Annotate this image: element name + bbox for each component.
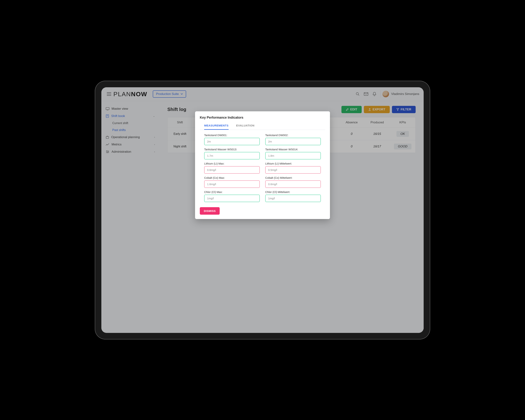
kpi-field-input[interactable] <box>204 138 260 145</box>
dismiss-button[interactable]: DISMISS <box>200 207 220 215</box>
kpi-field-input[interactable] <box>265 180 321 188</box>
kpi-field-label: Cobalt (Co) Max: <box>204 176 260 179</box>
kpi-field: Cobalt (Co) Mittelwert: <box>265 176 321 188</box>
kpi-field-input[interactable] <box>204 195 260 202</box>
kpi-field: Tankstand DW002: <box>265 134 321 145</box>
kpi-field-input[interactable] <box>265 138 321 145</box>
kpi-field: Tankstand Wasser WS014: <box>265 148 321 159</box>
kpi-field-input[interactable] <box>265 195 321 202</box>
modal-overlay[interactable]: Key Performance Indicators MEASUREMENTS … <box>101 87 424 333</box>
kpi-field-label: Tankstand DW001: <box>204 134 260 137</box>
kpi-field-label: Tankstand Wasser WS013: <box>204 148 260 151</box>
kpi-field-input[interactable] <box>265 166 321 174</box>
kpi-field: Chlor (Cl) Mittelwert: <box>265 191 321 202</box>
kpi-field: Tankstand DW001: <box>204 134 260 145</box>
modal-tabs: MEASUREMENTS EVALUATION <box>200 123 325 130</box>
kpi-field: Cobalt (Co) Max: <box>204 176 260 188</box>
kpi-field-label: Chlor (Cl) Mittelwert: <box>265 191 321 193</box>
kpi-field-input[interactable] <box>265 152 321 159</box>
kpi-field-label: Tankstand Wasser WS014: <box>265 148 321 151</box>
kpi-form-grid: Tankstand DW001:Tankstand DW002:Tankstan… <box>200 134 325 202</box>
kpi-field: Lithium (Li) Mittelwert: <box>265 162 321 174</box>
kpi-field-label: Cobalt (Co) Mittelwert: <box>265 176 321 179</box>
kpi-field-label: Lithium (Li) Max: <box>204 162 260 165</box>
tab-measurements[interactable]: MEASUREMENTS <box>204 124 229 130</box>
kpi-field-input[interactable] <box>204 166 260 174</box>
kpi-field: Lithium (Li) Max: <box>204 162 260 174</box>
kpi-field: Chlor (Cl) Max: <box>204 191 260 202</box>
modal-title: Key Performance Indicators <box>200 116 325 119</box>
tab-evaluation[interactable]: EVALUATION <box>236 124 254 130</box>
kpi-modal: Key Performance Indicators MEASUREMENTS … <box>195 111 330 219</box>
kpi-field-input[interactable] <box>204 152 260 159</box>
kpi-field-label: Tankstand DW002: <box>265 134 321 137</box>
kpi-field: Tankstand Wasser WS013: <box>204 148 260 159</box>
kpi-field-label: Chlor (Cl) Max: <box>204 191 260 193</box>
kpi-field-label: Lithium (Li) Mittelwert: <box>265 162 321 165</box>
kpi-field-input[interactable] <box>204 180 260 188</box>
